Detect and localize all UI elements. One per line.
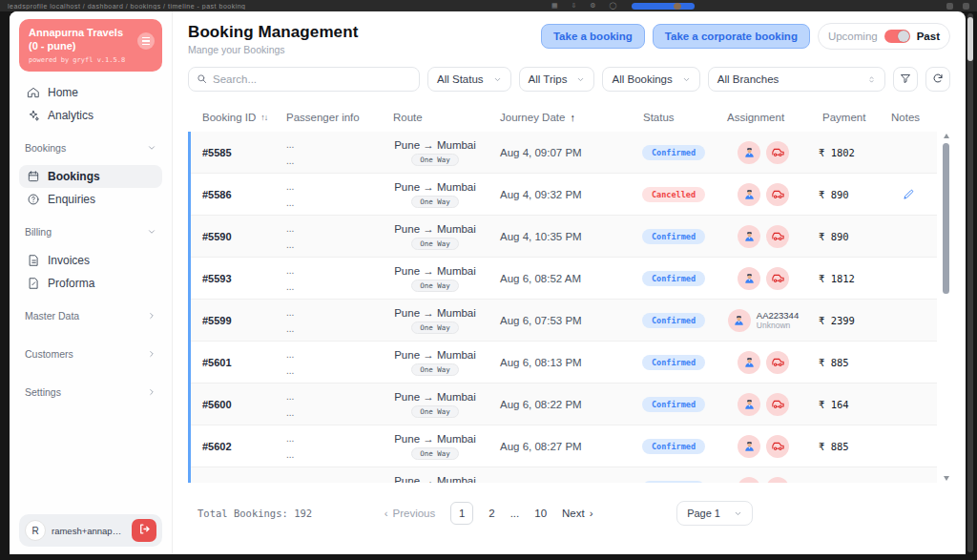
assigned-vehicle-avatar[interactable] [766, 351, 789, 374]
sidebar-item-label: Proforma [48, 277, 94, 290]
assignment-label: AA223344Unknown [757, 310, 799, 331]
table-row[interactable]: #5600 ...... Pune → Mumbai One Way Aug 6… [191, 384, 937, 425]
edit-note-button[interactable] [903, 188, 915, 200]
scroll-down-arrow[interactable] [944, 476, 949, 481]
page-button-1[interactable]: 1 [450, 502, 473, 525]
scroll-up-arrow[interactable] [944, 134, 949, 138]
driver-icon [732, 313, 746, 327]
assigned-driver-avatar[interactable] [738, 141, 760, 164]
pagination: ‹ Previous 12...10 Next › [385, 502, 593, 525]
table-scrollbar[interactable] [943, 132, 950, 483]
filter-dropdown-all-trips[interactable]: All Trips [519, 67, 595, 92]
page-button-2[interactable]: 2 [488, 508, 494, 519]
assigned-driver-avatar[interactable] [738, 183, 760, 206]
assigned-vehicle-avatar[interactable] [766, 393, 789, 416]
passenger-info-cell: ...... [275, 304, 382, 337]
assigned-driver-avatar[interactable] [738, 267, 760, 290]
sidebar-item-bookings[interactable]: Bookings [19, 165, 162, 188]
filter-funnel-button[interactable] [893, 67, 918, 92]
table-row[interactable]: #5593 ...... Pune → Mumbai One Way Aug 6… [191, 258, 937, 300]
logout-button[interactable] [132, 519, 156, 542]
vehicle-icon [771, 355, 785, 369]
proforma-icon [27, 277, 40, 290]
bookings-table: Booking ID ↑↓ Passenger info Route Journ… [188, 103, 950, 483]
sidebar-section-billing[interactable]: Billing [19, 222, 162, 239]
page-subtitle: Mange your Bookings [188, 44, 358, 55]
take-corporate-booking-button[interactable]: Take a corporate booking [653, 24, 810, 49]
assigned-driver-avatar[interactable] [738, 477, 760, 484]
assigned-vehicle-avatar[interactable] [766, 225, 789, 248]
search-box[interactable] [188, 67, 420, 92]
toggle-upcoming-label[interactable]: Upcoming [828, 31, 878, 42]
column-header-journey-date[interactable]: Journey Date ↑ [488, 112, 632, 123]
browser-extension-icon[interactable] [946, 3, 953, 10]
sidebar-item-analytics[interactable]: Analytics [19, 104, 162, 127]
assigned-driver-avatar[interactable] [728, 309, 751, 332]
sidebar-section-bookings[interactable]: Bookings [19, 138, 162, 156]
table-row[interactable]: #5602 ...... Pune → Mumbai One Way Aug 6… [191, 425, 937, 467]
filter-dropdown-all-bookings[interactable]: All Bookings [602, 67, 699, 92]
sidebar-item-proforma[interactable]: Proforma [19, 272, 162, 295]
page-select-dropdown[interactable]: Page 1 [676, 501, 753, 526]
table-row[interactable]: ... Pune → Mumbai One Way Confirmed [191, 467, 937, 483]
browser-bar-text: leadsprofile localhost / dashboard / boo… [8, 3, 542, 10]
payment-cell: ₹ 2399 [811, 315, 880, 326]
browser-menu-icon[interactable] [963, 3, 969, 10]
table-row[interactable]: #5590 ...... Pune → Mumbai One Way Aug 4… [191, 216, 937, 258]
filter-dropdown-all-branches[interactable]: All Branches [708, 67, 885, 92]
window-scrollbar-track[interactable] [967, 13, 973, 552]
search-input[interactable] [213, 73, 411, 85]
assigned-vehicle-avatar[interactable] [766, 477, 789, 484]
assigned-driver-avatar[interactable] [738, 351, 760, 374]
sidebar-item-label: Invoices [48, 254, 90, 267]
assigned-vehicle-avatar[interactable] [766, 141, 789, 164]
vehicle-icon [771, 271, 785, 285]
sidebar-section-master-data[interactable]: Master Data [19, 306, 162, 323]
table-row[interactable]: #5585 ...... Pune → Mumbai One Way Aug 4… [191, 132, 937, 174]
previous-page-button[interactable]: ‹ Previous [385, 508, 436, 519]
toggle-switch[interactable] [884, 30, 910, 43]
column-header-payment[interactable]: Payment [811, 112, 880, 123]
table-scrollbar-thumb[interactable] [943, 143, 949, 294]
column-header-notes[interactable]: Notes [880, 112, 937, 123]
table-row[interactable]: #5586 ...... Pune → Mumbai One Way Aug 4… [191, 174, 937, 216]
column-header-route[interactable]: Route [382, 112, 488, 123]
passenger-info-cell: ...... [275, 136, 382, 169]
filter-dropdown-all-status[interactable]: All Status [427, 67, 511, 92]
column-header-assignment[interactable]: Assignment [716, 112, 811, 123]
assigned-driver-avatar[interactable] [738, 225, 760, 248]
sort-both-icon[interactable]: ↑↓ [260, 113, 267, 122]
assignment-cell [716, 141, 811, 164]
assigned-vehicle-avatar[interactable] [766, 267, 789, 290]
upcoming-past-toggle[interactable]: Upcoming Past [818, 23, 950, 50]
window-scrollbar-thumb[interactable] [967, 17, 973, 61]
toggle-past-label[interactable]: Past [917, 31, 940, 42]
filter-dropdown-value: All Branches [717, 73, 780, 85]
user-chip[interactable]: R ramesh+annapurna... [19, 514, 162, 547]
table-row[interactable]: #5599 ...... Pune → Mumbai One Way Aug 6… [191, 300, 937, 342]
take-booking-button[interactable]: Take a booking [541, 24, 645, 49]
assigned-vehicle-avatar[interactable] [766, 435, 789, 458]
browser-profile-pill[interactable] [632, 3, 695, 10]
refresh-button[interactable] [925, 67, 950, 92]
page-button-10[interactable]: 10 [534, 508, 547, 519]
column-header-passenger-info[interactable]: Passenger info [275, 112, 382, 123]
sidebar-item-invoices[interactable]: Invoices [19, 249, 162, 272]
column-header-status[interactable]: Status [632, 112, 716, 123]
sidebar-section-customers[interactable]: Customers [19, 344, 162, 362]
route-text: Pune → Mumbai [394, 391, 476, 403]
driver-icon [742, 229, 757, 243]
column-header-booking-id[interactable]: Booking ID ↑↓ [191, 112, 275, 123]
sidebar-item-home[interactable]: Home [19, 81, 162, 104]
sidebar-section-settings[interactable]: Settings [19, 383, 162, 400]
page-numbers: 12...10 [450, 502, 547, 525]
assigned-driver-avatar[interactable] [738, 393, 760, 416]
org-card[interactable]: Annapurna Travels (0 - pune) powered by … [19, 19, 162, 72]
table-row[interactable]: #5601 ...... Pune → Mumbai One Way Aug 6… [191, 342, 937, 384]
assigned-driver-avatar[interactable] [738, 435, 760, 458]
assigned-vehicle-avatar[interactable] [766, 183, 789, 206]
sort-ascending-icon[interactable]: ↑ [570, 112, 575, 123]
sidebar-item-enquiries[interactable]: Enquiries [19, 188, 162, 211]
next-page-button[interactable]: Next › [562, 508, 593, 519]
hamburger-menu-icon[interactable] [137, 32, 155, 50]
